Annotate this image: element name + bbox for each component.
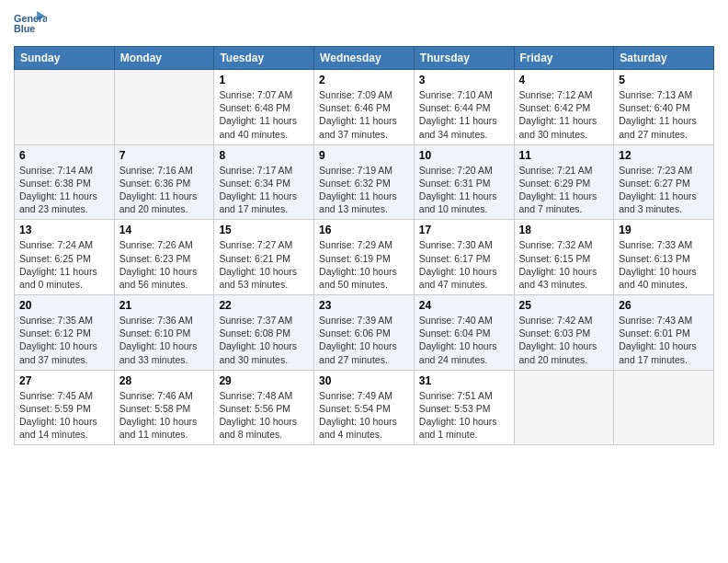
calendar-cell: 13Sunrise: 7:24 AM Sunset: 6:25 PM Dayli… [15,220,115,295]
day-info: Sunrise: 7:46 AM Sunset: 5:58 PM Dayligh… [119,389,210,442]
calendar-cell: 30Sunrise: 7:49 AM Sunset: 5:54 PM Dayli… [314,370,415,445]
day-number: 1 [219,74,309,86]
day-number: 5 [619,74,709,86]
calendar-cell: 7Sunrise: 7:16 AM Sunset: 6:36 PM Daylig… [114,144,214,220]
day-header-tuesday: Tuesday [214,47,314,70]
week-row-4: 20Sunrise: 7:35 AM Sunset: 6:12 PM Dayli… [15,295,714,371]
calendar-cell: 21Sunrise: 7:36 AM Sunset: 6:10 PM Dayli… [114,295,214,371]
day-number: 17 [419,224,509,236]
calendar-cell: 24Sunrise: 7:40 AM Sunset: 6:04 PM Dayli… [414,295,514,371]
day-info: Sunrise: 7:48 AM Sunset: 5:56 PM Dayligh… [219,389,309,442]
day-number: 6 [19,149,109,162]
day-info: Sunrise: 7:16 AM Sunset: 6:36 PM Dayligh… [119,164,210,216]
day-number: 27 [19,374,109,387]
calendar-cell: 23Sunrise: 7:39 AM Sunset: 6:06 PM Dayli… [314,295,415,371]
svg-text:Blue: Blue [14,23,35,34]
day-number: 11 [519,149,609,162]
calendar-table: SundayMondayTuesdayWednesdayThursdayFrid… [14,46,714,445]
calendar-cell: 18Sunrise: 7:32 AM Sunset: 6:15 PM Dayli… [514,220,614,295]
calendar-cell [514,370,614,445]
day-number: 31 [419,374,509,387]
day-number: 18 [519,224,609,236]
calendar-cell: 20Sunrise: 7:35 AM Sunset: 6:12 PM Dayli… [15,295,115,371]
calendar-cell [15,70,115,145]
day-number: 22 [219,299,309,312]
day-info: Sunrise: 7:12 AM Sunset: 6:42 PM Dayligh… [519,88,609,141]
day-info: Sunrise: 7:17 AM Sunset: 6:34 PM Dayligh… [219,164,309,216]
day-number: 13 [19,224,109,236]
calendar-cell: 22Sunrise: 7:37 AM Sunset: 6:08 PM Dayli… [214,295,314,371]
calendar-cell: 29Sunrise: 7:48 AM Sunset: 5:56 PM Dayli… [214,370,314,445]
day-info: Sunrise: 7:32 AM Sunset: 6:15 PM Dayligh… [519,238,609,291]
day-number: 15 [219,224,309,236]
day-info: Sunrise: 7:29 AM Sunset: 6:19 PM Dayligh… [319,238,409,291]
calendar-cell: 1Sunrise: 7:07 AM Sunset: 6:48 PM Daylig… [214,70,314,145]
day-info: Sunrise: 7:13 AM Sunset: 6:40 PM Dayligh… [619,88,709,141]
day-number: 21 [119,299,210,312]
day-number: 7 [119,149,210,162]
day-info: Sunrise: 7:10 AM Sunset: 6:44 PM Dayligh… [419,88,509,141]
calendar-cell: 3Sunrise: 7:10 AM Sunset: 6:44 PM Daylig… [414,70,514,145]
day-info: Sunrise: 7:21 AM Sunset: 6:29 PM Dayligh… [519,164,609,216]
calendar-cell: 16Sunrise: 7:29 AM Sunset: 6:19 PM Dayli… [314,220,415,295]
day-header-sunday: Sunday [15,47,115,70]
day-info: Sunrise: 7:37 AM Sunset: 6:08 PM Dayligh… [219,314,309,366]
day-number: 29 [219,374,309,387]
svg-text:General: General [14,13,47,24]
day-number: 3 [419,74,509,86]
day-header-thursday: Thursday [414,47,514,70]
calendar-cell: 11Sunrise: 7:21 AM Sunset: 6:29 PM Dayli… [514,144,614,220]
day-number: 14 [119,224,210,236]
calendar-cell: 19Sunrise: 7:33 AM Sunset: 6:13 PM Dayli… [614,220,714,295]
week-row-3: 13Sunrise: 7:24 AM Sunset: 6:25 PM Dayli… [15,220,714,295]
day-number: 24 [419,299,509,312]
week-row-1: 1Sunrise: 7:07 AM Sunset: 6:48 PM Daylig… [15,70,714,145]
day-info: Sunrise: 7:07 AM Sunset: 6:48 PM Dayligh… [219,88,309,141]
day-info: Sunrise: 7:42 AM Sunset: 6:03 PM Dayligh… [519,314,609,366]
day-info: Sunrise: 7:35 AM Sunset: 6:12 PM Dayligh… [19,314,109,366]
day-info: Sunrise: 7:43 AM Sunset: 6:01 PM Dayligh… [619,314,709,366]
day-number: 19 [619,224,709,236]
day-number: 25 [519,299,609,312]
day-info: Sunrise: 7:23 AM Sunset: 6:27 PM Dayligh… [619,164,709,216]
day-number: 28 [119,374,210,387]
day-info: Sunrise: 7:14 AM Sunset: 6:38 PM Dayligh… [19,164,109,216]
page-container: GeneralBlue SundayMondayTuesdayWednesday… [0,0,728,454]
calendar-cell: 17Sunrise: 7:30 AM Sunset: 6:17 PM Dayli… [414,220,514,295]
day-info: Sunrise: 7:24 AM Sunset: 6:25 PM Dayligh… [19,238,109,291]
calendar-cell: 2Sunrise: 7:09 AM Sunset: 6:46 PM Daylig… [314,70,415,145]
day-info: Sunrise: 7:33 AM Sunset: 6:13 PM Dayligh… [619,238,709,291]
week-row-5: 27Sunrise: 7:45 AM Sunset: 5:59 PM Dayli… [15,370,714,445]
header: GeneralBlue [14,9,714,39]
calendar-cell: 27Sunrise: 7:45 AM Sunset: 5:59 PM Dayli… [15,370,115,445]
day-number: 2 [319,74,409,86]
day-info: Sunrise: 7:39 AM Sunset: 6:06 PM Dayligh… [319,314,409,366]
calendar-cell: 14Sunrise: 7:26 AM Sunset: 6:23 PM Dayli… [114,220,214,295]
day-number: 26 [619,299,709,312]
day-info: Sunrise: 7:49 AM Sunset: 5:54 PM Dayligh… [319,389,409,442]
calendar-cell: 4Sunrise: 7:12 AM Sunset: 6:42 PM Daylig… [514,70,614,145]
calendar-cell: 25Sunrise: 7:42 AM Sunset: 6:03 PM Dayli… [514,295,614,371]
day-info: Sunrise: 7:09 AM Sunset: 6:46 PM Dayligh… [319,88,409,141]
day-header-wednesday: Wednesday [314,47,415,70]
calendar-cell: 31Sunrise: 7:51 AM Sunset: 5:53 PM Dayli… [414,370,514,445]
logo-svg: GeneralBlue [14,9,47,39]
day-number: 8 [219,149,309,162]
day-number: 16 [319,224,409,236]
calendar-cell: 8Sunrise: 7:17 AM Sunset: 6:34 PM Daylig… [214,144,314,220]
day-number: 4 [519,74,609,86]
calendar-cell: 5Sunrise: 7:13 AM Sunset: 6:40 PM Daylig… [614,70,714,145]
day-header-friday: Friday [514,47,614,70]
day-info: Sunrise: 7:30 AM Sunset: 6:17 PM Dayligh… [419,238,509,291]
week-row-2: 6Sunrise: 7:14 AM Sunset: 6:38 PM Daylig… [15,144,714,220]
calendar-cell: 15Sunrise: 7:27 AM Sunset: 6:21 PM Dayli… [214,220,314,295]
day-number: 23 [319,299,409,312]
day-header-monday: Monday [114,47,214,70]
day-number: 30 [319,374,409,387]
day-info: Sunrise: 7:19 AM Sunset: 6:32 PM Dayligh… [319,164,409,216]
calendar-cell: 6Sunrise: 7:14 AM Sunset: 6:38 PM Daylig… [15,144,115,220]
day-info: Sunrise: 7:45 AM Sunset: 5:59 PM Dayligh… [19,389,109,442]
day-info: Sunrise: 7:20 AM Sunset: 6:31 PM Dayligh… [419,164,509,216]
day-header-saturday: Saturday [614,47,714,70]
calendar-cell: 10Sunrise: 7:20 AM Sunset: 6:31 PM Dayli… [414,144,514,220]
